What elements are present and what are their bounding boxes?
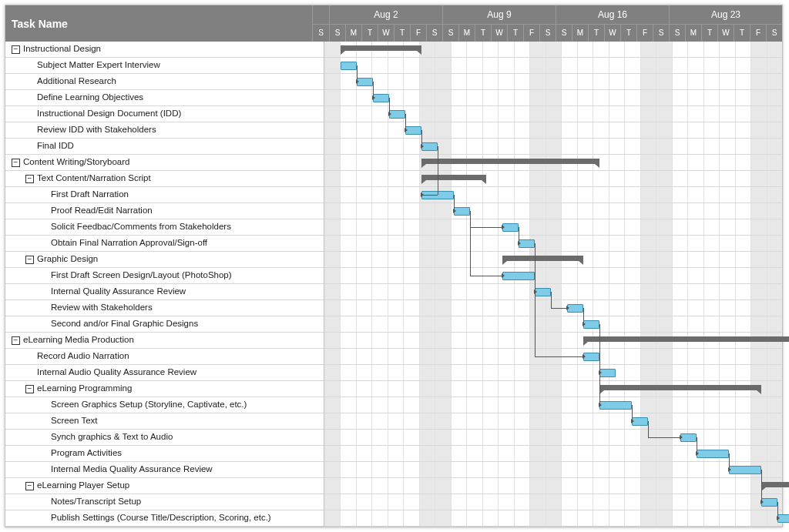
collapse-icon[interactable]: −	[12, 159, 20, 167]
task-row[interactable]: Subject Matter Expert Interview	[5, 58, 324, 74]
task-label: Graphic Design	[37, 255, 324, 264]
task-label: Content Writing/Storyboard	[23, 158, 324, 167]
task-label: Solicit Feedbac/Comments from Stakeholde…	[51, 223, 324, 232]
task-label: Additional Research	[37, 77, 324, 86]
task-bar[interactable]	[454, 207, 470, 216]
task-label: Final IDD	[37, 142, 324, 151]
task-row[interactable]: Screen Text	[5, 413, 324, 430]
day-header: T	[701, 24, 717, 42]
task-row[interactable]: Obtain Final Narration Approval/Sign-off	[5, 236, 324, 252]
task-row[interactable]: Define Learning Objectives	[5, 90, 324, 106]
task-bar[interactable]	[502, 223, 519, 232]
task-label: Text Content/Narration Script	[37, 174, 324, 183]
task-row[interactable]: −eLearning Player Setup	[5, 478, 324, 494]
task-label: Define Learning Objectives	[37, 93, 324, 102]
summary-bar[interactable]	[502, 256, 583, 261]
task-bar[interactable]	[357, 78, 373, 86]
collapse-icon[interactable]: −	[12, 45, 20, 54]
task-bar[interactable]	[341, 62, 357, 70]
day-header: M	[458, 24, 475, 42]
task-row[interactable]: Review IDD with Stakeholders	[5, 122, 324, 139]
task-row[interactable]: Notes/Transcript Setup	[5, 494, 324, 510]
summary-bar[interactable]	[583, 336, 789, 342]
task-bar[interactable]	[761, 498, 777, 507]
task-row[interactable]: Final IDD	[5, 139, 324, 155]
task-row[interactable]: Record Audio Narration	[5, 349, 324, 365]
task-row[interactable]: Review with Stakeholders	[5, 300, 324, 316]
week-header: Aug 16	[556, 5, 669, 24]
task-bar[interactable]	[373, 94, 389, 102]
task-bar[interactable]	[583, 353, 599, 361]
timeline-grid[interactable]	[324, 42, 782, 527]
task-bar[interactable]	[599, 369, 616, 377]
task-bar[interactable]	[583, 320, 599, 329]
task-row[interactable]: Internal Media Quality Assurance Review	[5, 462, 324, 478]
timeline-header: Aug 2Aug 9Aug 16Aug 23 SSMTWTFSSMTWTFSSM…	[313, 5, 782, 42]
task-row[interactable]: −eLearning Media Production	[5, 333, 324, 349]
task-row[interactable]: Program Activities	[5, 446, 324, 462]
task-bar[interactable]	[405, 126, 421, 135]
task-bar[interactable]	[502, 272, 535, 280]
day-header: S	[442, 24, 458, 42]
day-header: W	[378, 24, 394, 42]
summary-bar[interactable]	[761, 482, 789, 487]
task-row[interactable]: −Text Content/Narration Script	[5, 171, 324, 187]
task-row[interactable]: First Draft Narration	[5, 187, 324, 203]
task-row[interactable]: −Instructional Design	[5, 42, 324, 58]
day-header: S	[653, 24, 669, 42]
collapse-icon[interactable]: −	[25, 256, 34, 264]
summary-bar[interactable]	[421, 159, 599, 164]
collapse-icon[interactable]: −	[25, 482, 34, 490]
task-bar[interactable]	[680, 433, 697, 442]
day-header: S	[766, 24, 782, 42]
task-label: eLearning Player Setup	[37, 481, 324, 490]
task-bar[interactable]	[519, 239, 535, 248]
task-bar[interactable]	[632, 417, 648, 426]
task-row[interactable]: −Content Writing/Storyboard	[5, 155, 324, 171]
summary-bar[interactable]	[599, 385, 761, 390]
collapse-icon[interactable]: −	[12, 336, 20, 345]
task-bar[interactable]	[599, 401, 632, 410]
task-bar[interactable]	[729, 466, 761, 474]
task-row[interactable]: Internal Quality Assurance Review	[5, 284, 324, 300]
task-bar[interactable]	[697, 450, 729, 458]
task-row[interactable]: First Draft Screen Design/Layout (PhotoS…	[5, 268, 324, 284]
task-row[interactable]: Additional Research	[5, 74, 324, 90]
task-row[interactable]: −eLearning Programming	[5, 381, 324, 397]
task-row[interactable]: Solicit Feedbac/Comments from Stakeholde…	[5, 219, 324, 236]
day-header: W	[717, 24, 734, 42]
day-header: S	[313, 24, 329, 42]
collapse-icon[interactable]: −	[25, 385, 34, 393]
task-row[interactable]: Proof Read/Edit Narration	[5, 203, 324, 219]
task-label: Obtain Final Narration Approval/Sign-off	[51, 239, 324, 248]
task-row[interactable]: Internal Audio Quality Assurance Review	[5, 365, 324, 381]
task-bar[interactable]	[567, 304, 583, 313]
task-row[interactable]: Publish Settings (Course Title/Descripti…	[5, 510, 324, 527]
task-row[interactable]: −Graphic Design	[5, 252, 324, 268]
task-bar[interactable]	[421, 142, 438, 151]
task-row[interactable]: Instructional Design Document (IDD)	[5, 106, 324, 122]
task-row[interactable]: Synch graphics & Text to Audio	[5, 430, 324, 446]
task-label: eLearning Programming	[37, 384, 324, 393]
day-header: F	[750, 24, 766, 42]
day-header: M	[572, 24, 588, 42]
day-header: S	[669, 24, 685, 42]
summary-bar[interactable]	[421, 175, 486, 180]
task-list[interactable]: −Instructional DesignSubject Matter Expe…	[5, 42, 324, 527]
task-label: Record Audio Narration	[37, 352, 324, 361]
summary-bar[interactable]	[341, 45, 421, 51]
task-label: Instructional Design Document (IDD)	[37, 109, 324, 119]
task-label: Synch graphics & Text to Audio	[51, 433, 324, 442]
day-header: S	[426, 24, 442, 42]
task-label: Subject Matter Expert Interview	[37, 61, 324, 70]
day-header: T	[394, 24, 410, 42]
day-header: F	[410, 24, 426, 42]
task-row[interactable]: Screen Graphics Setup (Storyline, Captiv…	[5, 397, 324, 413]
collapse-icon[interactable]: −	[25, 175, 34, 183]
task-bar[interactable]	[389, 110, 405, 119]
task-row[interactable]: Second and/or Final Graphic Designs	[5, 316, 324, 333]
column-header-taskname[interactable]: Task Name	[5, 5, 313, 42]
task-bar[interactable]	[535, 288, 551, 296]
day-header: S	[556, 24, 572, 42]
day-header: T	[588, 24, 604, 42]
